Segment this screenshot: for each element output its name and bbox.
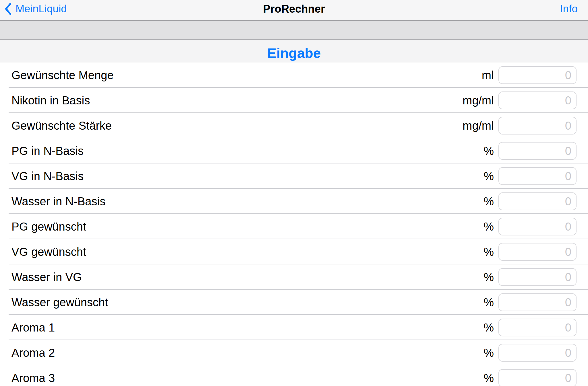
row-input-vg-in-n-basis[interactable] [498,167,577,185]
form-row-aroma-3: Aroma 3 % [0,365,588,386]
row-label: Gewünschte Menge [11,69,482,82]
row-label: Wasser gewünscht [11,296,483,309]
row-label: Wasser in N-Basis [11,195,483,208]
form-row-wasser-in-vg: Wasser in VG % [0,264,588,290]
row-unit: % [483,346,494,359]
row-unit: % [483,321,494,334]
form-row-pg-gewuenscht: PG gewünscht % [0,214,588,239]
form-row-vg-gewuenscht: VG gewünscht % [0,239,588,264]
row-input-pg-in-n-basis[interactable] [498,142,577,160]
row-input-wasser-in-n-basis[interactable] [498,192,577,210]
row-unit: ml [482,69,494,82]
row-label: VG in N-Basis [11,170,483,183]
form-row-wasser-in-n-basis: Wasser in N-Basis % [0,189,588,214]
row-label: PG gewünscht [11,220,483,233]
form-row-gewuenschte-staerke: Gewünschte Stärke mg/ml [0,113,588,138]
row-label: Wasser in VG [11,271,483,284]
back-button-label[interactable]: MeinLiquid [16,3,67,15]
row-unit: % [483,296,494,309]
form-row-gewuenschte-menge: Gewünschte Menge ml [0,63,588,88]
row-unit: % [483,170,494,183]
row-label: Nikotin in Basis [11,94,463,107]
row-input-gewuenschte-menge[interactable] [498,66,577,84]
row-input-wasser-gewuenscht[interactable] [498,293,577,311]
section-header: Eingabe [0,40,588,63]
row-label: PG in N-Basis [11,145,483,157]
row-unit: mg/ml [463,94,494,107]
row-input-wasser-in-vg[interactable] [498,268,577,286]
row-label: VG gewünscht [11,245,483,258]
row-label: Gewünschte Stärke [11,119,463,132]
form-row-nikotin-in-basis: Nikotin in Basis mg/ml [0,88,588,113]
page-title: ProRechner [263,3,325,15]
form-row-vg-in-n-basis: VG in N-Basis % [0,163,588,189]
form-row-aroma-2: Aroma 2 % [0,340,588,365]
input-form: Gewünschte Menge ml Nikotin in Basis mg/… [0,63,588,386]
form-row-pg-in-n-basis: PG in N-Basis % [0,138,588,163]
row-unit: % [483,372,494,385]
row-input-vg-gewuenscht[interactable] [498,243,577,261]
row-unit: % [483,220,494,233]
row-unit: % [483,195,494,208]
row-input-aroma-3[interactable] [498,369,577,386]
row-label: Aroma 1 [11,321,483,334]
row-unit: mg/ml [463,119,494,132]
row-unit: % [483,271,494,284]
row-unit: % [483,145,494,157]
row-input-aroma-1[interactable] [498,319,577,336]
back-chevron-icon [5,3,11,15]
banner-placeholder [0,21,588,40]
form-row-wasser-gewuenscht: Wasser gewünscht % [0,290,588,315]
row-label: Aroma 2 [11,346,483,359]
row-input-aroma-2[interactable] [498,344,577,362]
info-button[interactable]: Info [560,3,578,15]
row-input-nikotin-in-basis[interactable] [498,91,577,109]
row-input-pg-gewuenscht[interactable] [498,218,577,235]
form-row-aroma-1: Aroma 1 % [0,315,588,340]
row-unit: % [483,245,494,258]
back-button[interactable]: MeinLiquid [5,3,67,15]
row-input-gewuenschte-staerke[interactable] [498,117,577,134]
row-label: Aroma 3 [11,372,483,385]
section-header-label: Eingabe [267,45,321,61]
navigation-bar: MeinLiquid ProRechner Info [0,0,588,21]
